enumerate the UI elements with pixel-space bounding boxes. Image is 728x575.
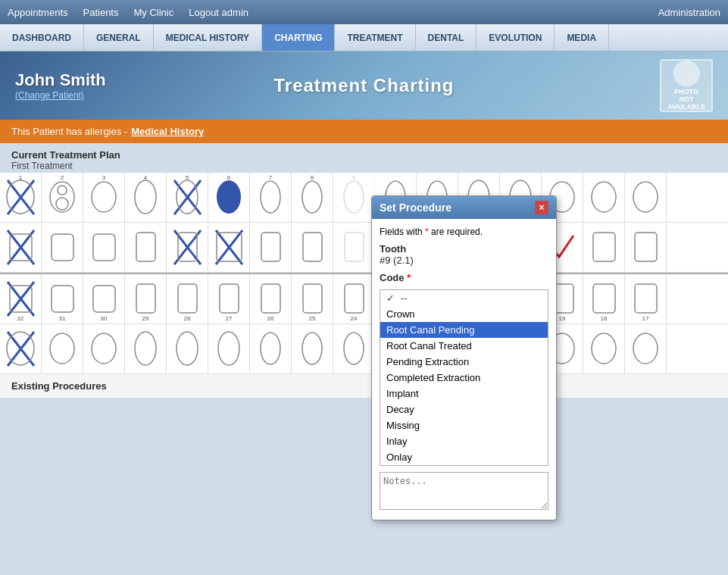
tooth-cell-8[interactable]: 8 bbox=[292, 173, 333, 222]
tooth-num-2: 2 bbox=[42, 174, 83, 181]
svg-point-5 bbox=[56, 198, 68, 210]
tooth-cell-8b[interactable] bbox=[292, 223, 333, 272]
tooth-cell-3[interactable]: 3 bbox=[83, 173, 125, 222]
svg-rect-34 bbox=[261, 233, 280, 261]
tab-general[interactable]: GENERAL bbox=[84, 24, 154, 51]
tooth-cell-26c[interactable] bbox=[250, 324, 292, 373]
option-crown[interactable]: Crown bbox=[380, 306, 548, 322]
tooth-cell-28c[interactable] bbox=[167, 324, 208, 373]
tooth-cell-32c[interactable] bbox=[0, 324, 42, 373]
my-clinic-link[interactable]: My Clinic bbox=[133, 7, 173, 18]
svg-rect-51 bbox=[261, 284, 280, 313]
allergy-medical-history-link[interactable]: Medical History bbox=[131, 126, 204, 137]
tooth-cell-4b[interactable] bbox=[125, 223, 167, 272]
svg-point-71 bbox=[344, 333, 364, 364]
tooth-cell-25[interactable]: 25 bbox=[292, 274, 333, 323]
code-select-area[interactable]: ✓ -- Crown Root Canal Pending Root Canal… bbox=[380, 289, 548, 466]
tooth-cell-4[interactable]: 4 bbox=[125, 173, 167, 222]
tab-treatment[interactable]: TREATMENT bbox=[335, 24, 415, 51]
tooth-cell-15b[interactable] bbox=[583, 223, 625, 272]
option-root-canal-pending[interactable]: Root Canal Pending bbox=[380, 322, 548, 338]
administration-link[interactable]: Administration bbox=[658, 7, 720, 18]
option-implant[interactable]: Implant bbox=[380, 386, 548, 402]
svg-point-3 bbox=[50, 182, 74, 212]
tooth-cell-17[interactable]: 17 bbox=[625, 274, 667, 323]
tooth-cell-7b[interactable] bbox=[250, 223, 292, 272]
tooth-cell-1[interactable]: 1 bbox=[0, 173, 42, 222]
tooth-cell-29[interactable]: 29 bbox=[125, 274, 167, 323]
svg-rect-36 bbox=[345, 233, 364, 261]
option-completed-extraction[interactable]: Completed Extraction bbox=[380, 370, 548, 386]
tooth-cell-31c[interactable] bbox=[42, 324, 83, 373]
procedure-dropdown[interactable]: ✓ -- Crown Root Canal Pending Root Canal… bbox=[380, 289, 548, 466]
logout-link[interactable]: Logout admin bbox=[189, 7, 248, 18]
tab-charting[interactable]: CHARTING bbox=[262, 24, 335, 51]
dialog-close-button[interactable]: × bbox=[535, 201, 548, 214]
tooth-cell-31[interactable]: 31 bbox=[42, 274, 83, 323]
tooth-cell-1b[interactable] bbox=[0, 223, 42, 272]
tooth-cell-2[interactable]: 2 bbox=[42, 173, 83, 222]
tooth-cell-9[interactable]: 9 bbox=[333, 173, 375, 222]
existing-procedures-section: Existing Procedures bbox=[0, 374, 728, 398]
tooth-cell-28[interactable]: 28 bbox=[167, 274, 208, 323]
tooth-cell-3b[interactable] bbox=[83, 223, 125, 272]
svg-point-7 bbox=[135, 180, 156, 214]
tooth-label: Tooth bbox=[380, 243, 406, 255]
tooth-cell-18[interactable]: 18 bbox=[583, 274, 625, 323]
option-onlay[interactable]: Onlay bbox=[380, 449, 548, 465]
tooth-cell-9b[interactable] bbox=[333, 223, 375, 272]
option-decay[interactable]: Decay bbox=[380, 402, 548, 417]
tooth-cell-16[interactable] bbox=[625, 173, 667, 222]
tooth-cell-5[interactable]: 5 bbox=[167, 173, 208, 222]
tooth-cell-6[interactable]: 6 bbox=[208, 173, 250, 222]
tooth-num-17: 17 bbox=[625, 315, 666, 322]
notes-textarea[interactable] bbox=[380, 472, 548, 510]
upper-teeth-row-2 bbox=[0, 223, 728, 273]
option-missing[interactable]: Missing bbox=[380, 417, 548, 433]
svg-rect-41 bbox=[593, 233, 615, 261]
tooth-cell-16b[interactable] bbox=[625, 223, 667, 272]
svg-rect-50 bbox=[220, 284, 239, 313]
tab-evolution[interactable]: EVOLUTION bbox=[476, 24, 555, 51]
tooth-cell-24c[interactable] bbox=[333, 324, 375, 373]
tooth-cell-32[interactable]: 32 bbox=[0, 274, 42, 323]
tooth-cell-7[interactable]: 7 bbox=[250, 173, 292, 222]
tooth-cell-5b[interactable] bbox=[167, 223, 208, 272]
tab-dental[interactable]: DENTAL bbox=[416, 24, 477, 51]
svg-rect-25 bbox=[52, 234, 73, 261]
tooth-num-6: 6 bbox=[208, 174, 249, 181]
svg-point-66 bbox=[135, 332, 156, 365]
set-procedure-dialog: Set Procedure × Fields with * are requir… bbox=[371, 195, 557, 520]
option-root-canal-treated[interactable]: Root Canal Treated bbox=[380, 338, 548, 354]
tooth-cell-30c[interactable] bbox=[83, 324, 125, 373]
tooth-cell-17c[interactable] bbox=[625, 324, 667, 373]
svg-point-4 bbox=[58, 186, 67, 195]
svg-point-70 bbox=[302, 333, 322, 364]
tooth-field: Tooth #9 (2.1) bbox=[380, 243, 548, 266]
top-navigation: Appointments Patients My Clinic Logout a… bbox=[0, 0, 728, 24]
svg-rect-26 bbox=[93, 234, 115, 261]
tooth-cell-24[interactable]: 24 bbox=[333, 274, 375, 323]
option-blank[interactable]: ✓ -- bbox=[380, 290, 548, 306]
tab-medical-history[interactable]: MEDICAL HISTORY bbox=[154, 24, 262, 51]
tooth-cell-27c[interactable] bbox=[208, 324, 250, 373]
tooth-cell-26[interactable]: 26 bbox=[250, 274, 292, 323]
change-patient-link[interactable]: (Change Patient) bbox=[15, 90, 106, 101]
tooth-cell-18c[interactable] bbox=[583, 324, 625, 373]
tab-dashboard[interactable]: DASHBOARD bbox=[0, 24, 84, 51]
tooth-cell-15[interactable] bbox=[583, 173, 625, 222]
tab-media[interactable]: MEDIA bbox=[555, 24, 609, 51]
tooth-cell-27[interactable]: 27 bbox=[208, 274, 250, 323]
option-inlay[interactable]: Inlay bbox=[380, 433, 548, 449]
tooth-cell-2b[interactable] bbox=[42, 223, 83, 272]
patients-link[interactable]: Patients bbox=[83, 7, 119, 18]
tooth-num-3: 3 bbox=[83, 174, 124, 181]
svg-point-67 bbox=[177, 332, 198, 365]
tooth-cell-6b[interactable] bbox=[208, 223, 250, 272]
appointments-link[interactable]: Appointments bbox=[8, 7, 68, 18]
tooth-cell-25c[interactable] bbox=[292, 324, 333, 373]
tooth-cell-29c[interactable] bbox=[125, 324, 167, 373]
svg-rect-53 bbox=[345, 284, 364, 313]
tooth-cell-30[interactable]: 30 bbox=[83, 274, 125, 323]
option-pending-extraction[interactable]: Pending Extraction bbox=[380, 354, 548, 370]
